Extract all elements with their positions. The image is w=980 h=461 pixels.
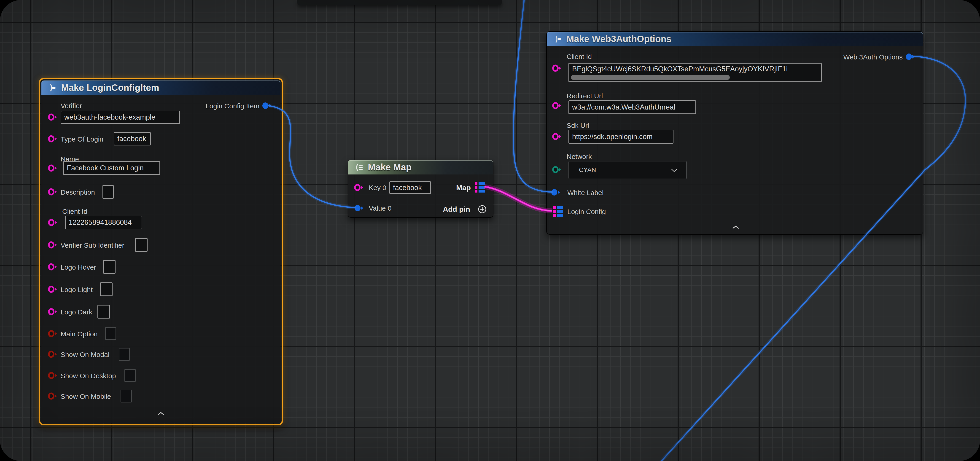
client-id-input[interactable]: 1222658941886084 — [65, 216, 142, 229]
value0-label: Value 0 — [369, 204, 391, 212]
wire-map-to-loginconfig-glow — [485, 187, 552, 211]
show-on-desktop-checkbox[interactable] — [124, 369, 136, 382]
web3auth-options-output-label: Web 3Auth Options — [843, 53, 903, 61]
logo-light-input[interactable] — [100, 282, 113, 296]
description-input[interactable] — [102, 185, 114, 199]
add-pin-icon[interactable] — [477, 204, 487, 214]
name-pin[interactable] — [48, 164, 58, 172]
login-config-label: Login Config — [567, 208, 606, 216]
map-output-label: Map — [456, 184, 471, 192]
verifier-input[interactable]: web3auth-facebook-example — [60, 111, 180, 124]
node-title: Make Web3AuthOptions — [566, 34, 671, 44]
client-id-input[interactable]: BEglQSgt4cUWcj6SKRdu5QkOXTsePmMcusG5EAoy… — [568, 63, 822, 82]
node-header-make-loginconfigitem[interactable]: Make LoginConfigItem — [41, 81, 280, 95]
verifier-sub-identifier-input[interactable] — [135, 238, 148, 252]
make-struct-icon — [48, 83, 57, 92]
make-struct-icon — [553, 35, 562, 44]
network-dropdown[interactable]: CYAN — [568, 161, 687, 179]
offscreen-node-edge[interactable] — [298, 0, 502, 5]
client-id-pin[interactable] — [552, 64, 563, 72]
logo-hover-pin[interactable] — [48, 263, 58, 271]
name-input[interactable]: Facebook Custom Login — [63, 161, 160, 175]
key0-label: Key 0 — [369, 184, 387, 192]
type-of-login-input[interactable]: facebook — [114, 132, 151, 145]
pin-row-logo-light: Logo Light — [41, 282, 280, 296]
client-id-pin[interactable] — [48, 218, 58, 227]
key0-input[interactable]: facebook — [389, 181, 431, 194]
pin-row-show-on-mobile: Show On Mobile — [41, 389, 280, 403]
sdk-url-pin[interactable] — [552, 132, 563, 141]
show-on-desktop-pin[interactable] — [48, 371, 58, 380]
login-config-item-output-pin[interactable] — [262, 102, 272, 110]
node-make-map[interactable]: Make Map Key 0 facebook Map Value 0 Add … — [348, 160, 493, 218]
node-title: Make LoginConfigItem — [61, 83, 159, 93]
main-option-checkbox[interactable] — [105, 327, 116, 340]
node-header-make-map[interactable]: Make Map — [348, 160, 493, 175]
redirect-url-label: Redirect Url — [566, 92, 603, 100]
pin-label-client-id: Client Id — [62, 208, 88, 215]
node-header-make-web3authoptions[interactable]: Make Web3AuthOptions — [547, 32, 923, 46]
show-on-modal-checkbox[interactable] — [119, 348, 130, 361]
pin-row-show-on-desktop: Show On Desktop — [41, 369, 280, 382]
redirect-url-input[interactable]: w3a://com.w3a.Web3AuthUnreal — [568, 100, 696, 114]
logo-dark-pin[interactable] — [48, 308, 58, 316]
type-of-login-pin[interactable] — [48, 135, 58, 143]
pin-row-show-on-modal: Show On Modal — [41, 347, 280, 361]
verifier-sub-identifier-pin[interactable] — [48, 241, 58, 249]
client-id-scrollbar[interactable] — [571, 75, 730, 80]
show-on-mobile-checkbox[interactable] — [121, 389, 132, 402]
blueprint-editor-screenshot: Make LoginConfigItem Login Config Item V… — [0, 0, 980, 461]
pin-label-verifier: Verifier — [60, 102, 82, 110]
sdk-url-input[interactable]: https://sdk.openlogin.com — [568, 130, 673, 144]
pin-row-logo-hover: Logo Hover — [41, 260, 280, 274]
white-label-label: White Label — [567, 189, 603, 197]
value0-pin[interactable] — [354, 204, 364, 212]
collapse-chevron-icon[interactable] — [156, 412, 165, 416]
verifier-pin[interactable] — [48, 113, 58, 121]
map-output-pin[interactable] — [475, 182, 485, 192]
pin-row-logo-dark: Logo Dark — [41, 305, 280, 318]
web3auth-options-output-pin[interactable] — [905, 52, 916, 61]
pin-row-main-option: Main Option — [41, 327, 280, 340]
show-on-mobile-pin[interactable] — [48, 392, 58, 400]
show-on-modal-pin[interactable] — [48, 350, 58, 358]
pin-row-description: Description — [41, 185, 280, 199]
network-label: Network — [566, 153, 592, 161]
redirect-url-pin[interactable] — [552, 102, 563, 110]
pin-row-type-of-login: Type Of Login facebook — [41, 132, 280, 146]
logo-hover-input[interactable] — [103, 260, 116, 274]
login-config-pin[interactable] — [553, 206, 563, 217]
node-title: Make Map — [368, 162, 412, 172]
logo-light-pin[interactable] — [48, 285, 58, 293]
network-pin[interactable] — [552, 165, 563, 174]
logo-dark-input[interactable] — [97, 305, 110, 318]
node-make-web3authoptions[interactable]: Make Web3AuthOptions Web 3Auth Options C… — [546, 31, 923, 235]
white-label-pin[interactable] — [550, 188, 561, 196]
wire-map-to-loginconfig[interactable] — [485, 187, 552, 211]
sdk-url-label: Sdk Url — [566, 122, 589, 129]
make-map-icon — [355, 163, 364, 172]
node-make-loginconfigitem[interactable]: Make LoginConfigItem Login Config Item V… — [39, 78, 283, 425]
output-pin-label: Login Config Item — [206, 102, 259, 110]
collapse-chevron-icon[interactable] — [731, 225, 740, 229]
wire-map-to-loginconfig-core — [485, 187, 552, 211]
main-option-pin[interactable] — [48, 329, 58, 338]
graph-canvas[interactable]: Make LoginConfigItem Login Config Item V… — [0, 0, 980, 461]
description-pin[interactable] — [48, 188, 58, 196]
pin-row-verifier-sub-identifier: Verifier Sub Identifier — [41, 238, 280, 252]
add-pin-label[interactable]: Add pin — [443, 205, 470, 214]
client-id-label: Client Id — [566, 53, 592, 60]
key0-pin[interactable] — [354, 183, 364, 192]
chevron-down-icon — [671, 168, 678, 172]
